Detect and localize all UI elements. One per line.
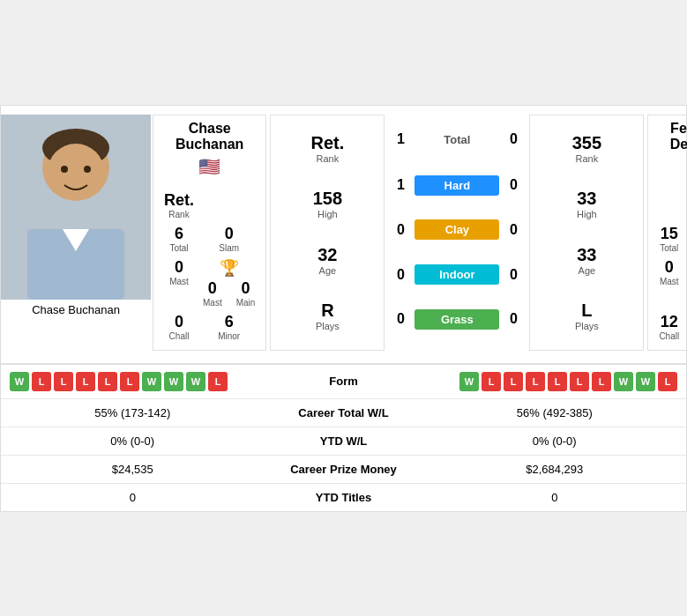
mid-rank-cell: Ret. Rank [310, 133, 344, 164]
center-panel: 1 Total 0 1 Hard 0 0 Clay 0 0 Indoor 0 0 [386, 115, 527, 351]
trophy-icon-p1: 🏆 [220, 258, 239, 278]
form-badge-w: W [164, 372, 183, 391]
player1-minor-label: Minor [218, 331, 240, 341]
stats-right-0: 56% (492-385) [432, 406, 678, 419]
form-badges-right: WLLLLLLWWL [406, 372, 678, 391]
svg-point-3 [48, 144, 104, 200]
stats-right-2: $2,684,293 [432, 463, 678, 476]
p2-mast-label: Mast [660, 277, 679, 286]
stats-left-0: 55% (173-142) [10, 406, 256, 419]
player1-slam-value: 0 [225, 225, 234, 243]
clay-button[interactable]: Clay [414, 219, 499, 240]
player1-mast-l2: Mast [203, 298, 222, 308]
player1-name: Chase Buchanan [157, 121, 262, 152]
player1-photo-wrapper: Chase Buchanan [1, 115, 151, 351]
hard-button[interactable]: Hard [414, 175, 499, 196]
player2-middle-stats: 355 Rank 33 High 33 Age L Plays [529, 115, 644, 351]
total-left: 1 [390, 131, 411, 147]
svg-point-7 [84, 166, 91, 173]
top-section: Chase Buchanan Chase Buchanan 🇺🇸 Ret. Ra… [1, 106, 686, 360]
mid-rank-value: Ret. [310, 133, 344, 153]
player1-total-label: Total [169, 243, 188, 253]
stats-left-1: 0% (0-0) [10, 434, 256, 448]
p2-mast-value: 0 [665, 258, 674, 277]
player1-stats: Chase Buchanan 🇺🇸 Ret. Rank 6 Total 0 [153, 115, 266, 351]
mid-plays-value: R [321, 301, 333, 321]
mid2-high-value: 33 [577, 189, 596, 209]
stats-left-3: 0 [10, 491, 256, 504]
form-badge-l: L [120, 372, 139, 391]
form-badge-w: W [636, 372, 655, 391]
mid-high-cell: 158 High [313, 189, 342, 219]
stats-row-2: $24,535 Career Prize Money $2,684,293 [1, 456, 686, 484]
mid-plays-label: Plays [316, 321, 340, 331]
form-badge-l: L [570, 372, 589, 391]
p2-total-label: Total [660, 243, 678, 253]
player1-trophy-main: 🏆 0 Mast 0 Main [203, 258, 255, 308]
form-badge-l: L [526, 372, 545, 391]
p2-chall-cell: 12 Chall [659, 313, 679, 341]
player2-name: Federico Delbonis [652, 121, 687, 152]
player1-main-label: Main [236, 298, 256, 308]
hard-right: 0 [503, 177, 524, 193]
player2-stats: Federico Delbonis 🇦🇷 355 Rank 15 Total 0… [647, 115, 687, 351]
hard-left: 1 [390, 177, 411, 193]
mid-high-label: High [317, 209, 338, 219]
mid-high-value: 158 [313, 189, 342, 209]
player1-mast-value: 0 [175, 258, 183, 277]
player1-flag: 🇺🇸 [198, 156, 220, 177]
player1-total-value: 6 [175, 225, 183, 243]
mid2-high-cell: 33 High [577, 189, 597, 219]
form-badge-l: L [76, 372, 95, 391]
clay-compare-row: 0 Clay 0 [390, 219, 524, 240]
mid2-rank-label: Rank [576, 153, 599, 164]
form-badge-w: W [142, 372, 161, 391]
mid-age-cell: 32 Age [317, 245, 337, 276]
mid2-plays-label: Plays [575, 321, 599, 331]
player1-rank-label: Rank [168, 210, 189, 219]
total-label: Total [444, 133, 470, 146]
mid2-plays-value: L [581, 301, 592, 321]
mid-plays-cell: R Plays [316, 301, 340, 331]
form-badge-l: L [32, 372, 51, 391]
grass-button[interactable]: Grass [414, 309, 499, 330]
form-badge-l: L [482, 372, 501, 391]
player1-slam-cell: 0 Slam [203, 225, 255, 253]
player1-mast-label: Mast [169, 277, 189, 286]
stats-left-2: $24,535 [10, 463, 256, 476]
svg-point-6 [61, 166, 68, 173]
total-right: 0 [503, 131, 524, 147]
bottom-section: WLLLLLWWWL Form WLLLLLLWWL 55% (173-142)… [1, 363, 686, 511]
player1-mast-cell: 0 Mast [164, 258, 194, 308]
stats-right-3: 0 [432, 491, 678, 504]
stats-center-0: Career Total W/L [256, 406, 432, 419]
stats-table: 55% (173-142) Career Total W/L 56% (492-… [1, 399, 686, 511]
clay-right: 0 [503, 222, 524, 238]
player1-photo [1, 115, 151, 300]
player1-main-value: 0 [242, 279, 250, 298]
indoor-button[interactable]: Indoor [414, 264, 499, 285]
mid-age-label: Age [319, 265, 337, 276]
mid2-high-label: High [577, 209, 597, 219]
form-badge-l: L [548, 372, 567, 391]
form-badge-l: L [208, 372, 228, 391]
form-badge-w: W [10, 372, 29, 391]
stats-center-3: YTD Titles [256, 491, 432, 504]
indoor-compare-row: 0 Indoor 0 [390, 264, 524, 285]
form-badge-l: L [98, 372, 117, 391]
form-badge-l: L [54, 372, 73, 391]
grass-left: 0 [390, 311, 411, 327]
total-compare-row: 1 Total 0 [390, 131, 524, 147]
form-badge-l: L [658, 372, 677, 391]
form-row: WLLLLLWWWL Form WLLLLLLWWL [1, 365, 686, 399]
player1-chall-cell: 0 Chall [164, 313, 194, 341]
form-badge-l: L [592, 372, 611, 391]
grass-compare-row: 0 Grass 0 [390, 309, 524, 330]
player1-middle-stats: Ret. Rank 158 High 32 Age R Plays [270, 115, 385, 351]
player1-rank-cell: Ret. Rank [164, 191, 194, 219]
player1-stat-grid: Ret. Rank 6 Total 0 Slam 0 [157, 188, 262, 345]
main-container: Chase Buchanan Chase Buchanan 🇺🇸 Ret. Ra… [0, 105, 687, 512]
stats-row-1: 0% (0-0) YTD W/L 0% (0-0) [1, 427, 686, 456]
player1-minor-value: 6 [225, 313, 234, 331]
mid2-rank-value: 355 [572, 133, 601, 153]
